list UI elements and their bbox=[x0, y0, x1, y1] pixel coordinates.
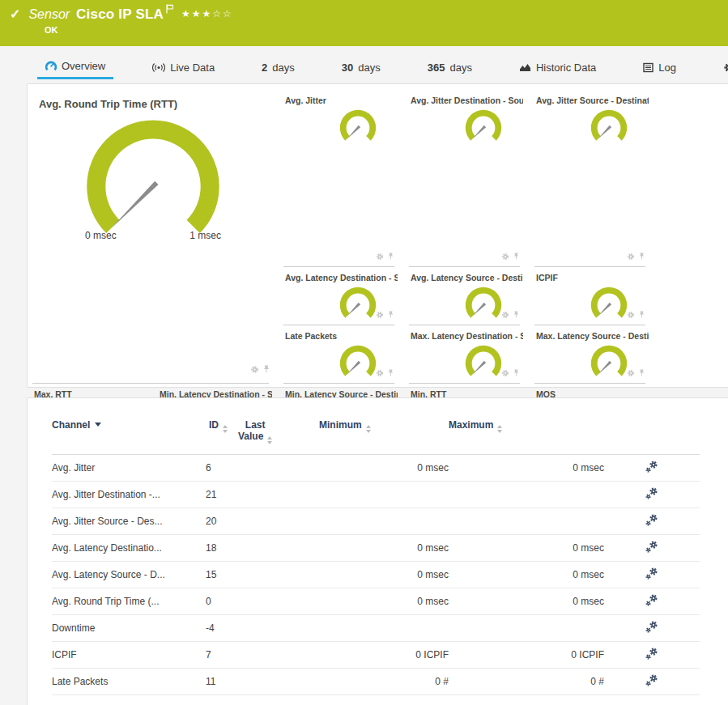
widget-gear-icon[interactable] bbox=[376, 249, 384, 264]
widget-pin-icon[interactable] bbox=[638, 308, 645, 322]
channel-name[interactable]: Avg. Jitter bbox=[52, 455, 206, 482]
channel-settings-icon[interactable] bbox=[645, 648, 658, 660]
channel-settings-icon[interactable] bbox=[645, 567, 658, 580]
sort-icon bbox=[267, 436, 272, 444]
gauge-widget: Max. Latency Source - Destin... bbox=[530, 325, 655, 384]
priority-stars[interactable]: ★★★☆☆ bbox=[181, 8, 233, 19]
tab-2-days[interactable]: 2 days bbox=[253, 50, 303, 79]
table-row[interactable]: Avg. Round Trip Time (... 0 0 msec 0 mse… bbox=[52, 588, 700, 615]
tab-overview[interactable]: Overview bbox=[37, 50, 113, 79]
widget-gear-icon[interactable] bbox=[501, 308, 509, 322]
channel-name[interactable]: Avg. Latency Source - D... bbox=[52, 562, 206, 588]
broadcast-icon bbox=[152, 62, 165, 73]
channel-maximum bbox=[449, 508, 604, 535]
channel-settings-icon[interactable] bbox=[645, 541, 658, 554]
gear-icon bbox=[723, 62, 728, 73]
column-header-last-value[interactable]: Last Value bbox=[238, 398, 319, 455]
log-icon bbox=[643, 62, 653, 73]
channel-id: 6 bbox=[206, 455, 238, 482]
widget-gear-icon[interactable] bbox=[627, 308, 635, 322]
widget-pin-icon[interactable] bbox=[513, 308, 520, 322]
widget-gear-icon[interactable] bbox=[250, 363, 259, 377]
gauge-title: Max. Latency Source - Destin... bbox=[536, 331, 649, 341]
channel-name[interactable]: Avg. Jitter Source - Des... bbox=[52, 508, 206, 535]
table-row[interactable]: Late Packets 11 0 # 0 # bbox=[52, 669, 700, 695]
widget-pin-icon[interactable] bbox=[638, 366, 645, 380]
sort-icon bbox=[366, 425, 371, 433]
channel-last-value bbox=[238, 508, 319, 535]
tab-label: Live Data bbox=[170, 62, 215, 74]
tab-number: 30 bbox=[342, 62, 353, 74]
channel-name[interactable]: Avg. Round Trip Time (... bbox=[52, 588, 206, 615]
widget-gear-icon[interactable] bbox=[627, 249, 635, 264]
tab-live-data[interactable]: Live Data bbox=[144, 50, 223, 79]
channel-settings-icon[interactable] bbox=[645, 461, 658, 474]
gauge-dial bbox=[68, 112, 238, 235]
gauge-widget: Avg. Latency Destination - So... bbox=[279, 267, 404, 325]
channel-settings-icon[interactable] bbox=[645, 514, 658, 527]
widget-pin-icon[interactable] bbox=[387, 366, 394, 380]
gauge-dial bbox=[334, 284, 381, 325]
widget-gear-icon[interactable] bbox=[376, 308, 384, 322]
flag-icon[interactable] bbox=[166, 2, 173, 17]
sort-icon bbox=[497, 425, 502, 433]
channel-id: 20 bbox=[206, 508, 238, 535]
gauge-max-label: 1 msec bbox=[189, 230, 221, 241]
gauge-title: Avg. Round Trip Time (RTT) bbox=[39, 98, 267, 110]
channel-id: 15 bbox=[206, 562, 238, 588]
channel-name[interactable]: ICPIF bbox=[52, 642, 206, 669]
widget-pin-icon[interactable] bbox=[513, 366, 520, 380]
widget-gear-icon[interactable] bbox=[501, 366, 509, 380]
column-header-channel[interactable]: Channel bbox=[52, 398, 206, 455]
table-row[interactable]: Avg. Jitter Destination -... 21 bbox=[52, 482, 700, 508]
gauge-icon bbox=[45, 61, 57, 72]
channel-settings-icon[interactable] bbox=[645, 594, 658, 607]
channel-settings-icon[interactable] bbox=[645, 487, 658, 500]
widget-gear-icon[interactable] bbox=[376, 366, 384, 380]
channel-id: 11 bbox=[206, 669, 238, 695]
gauge-widget: ICPIF bbox=[530, 267, 655, 325]
gauge-dial bbox=[585, 342, 632, 383]
widget-gear-icon[interactable] bbox=[501, 249, 509, 264]
sensor-header: ✓ Sensor Cisco IP SLA ★★★☆☆ OK bbox=[0, 0, 728, 46]
channel-name[interactable]: Downtime bbox=[52, 615, 206, 642]
channel-maximum bbox=[449, 482, 604, 508]
channel-settings-icon[interactable] bbox=[645, 621, 658, 634]
channel-name[interactable]: Avg. Jitter Destination -... bbox=[52, 482, 206, 508]
widget-pin-icon[interactable] bbox=[387, 249, 394, 264]
table-row[interactable]: Avg. Latency Source - D... 15 0 msec 0 m… bbox=[52, 562, 700, 588]
page-title: Cisco IP SLA bbox=[76, 6, 164, 23]
table-row[interactable]: ICPIF 7 0 ICPIF 0 ICPIF bbox=[52, 642, 700, 669]
channel-name[interactable]: Avg. Latency Destinatio... bbox=[52, 535, 206, 562]
table-row[interactable]: Avg. Jitter 6 0 msec 0 msec bbox=[52, 455, 700, 482]
table-row[interactable]: Downtime -4 bbox=[52, 615, 700, 642]
channel-settings-icon[interactable] bbox=[645, 674, 658, 687]
tab-settings[interactable]: Settings bbox=[715, 50, 728, 79]
sort-desc-icon bbox=[95, 423, 101, 427]
gauge-widget: Max. Latency Destination - So... bbox=[404, 325, 530, 384]
gauge-dial bbox=[334, 107, 381, 147]
column-header-id[interactable]: ID bbox=[206, 398, 238, 455]
channel-minimum: 0 msec bbox=[319, 535, 449, 562]
tab-log[interactable]: Log bbox=[635, 50, 684, 79]
column-header-actions bbox=[604, 398, 700, 455]
channel-name[interactable]: Late Packets bbox=[52, 669, 206, 695]
column-header-maximum[interactable]: Maximum bbox=[449, 398, 604, 455]
widget-gear-icon[interactable] bbox=[627, 366, 635, 380]
widget-pin-icon[interactable] bbox=[638, 249, 645, 264]
tab-number: 365 bbox=[428, 62, 445, 74]
gauge-widget: Avg. Latency Source - Destin... bbox=[404, 267, 530, 325]
tab-30-days[interactable]: 30 days bbox=[334, 50, 389, 79]
channel-id: 7 bbox=[206, 642, 238, 669]
widget-pin-icon[interactable] bbox=[262, 363, 270, 377]
tab-historic-data[interactable]: Historic Data bbox=[511, 50, 604, 79]
table-row[interactable]: Avg. Latency Destinatio... 18 0 msec 0 m… bbox=[52, 535, 700, 562]
column-header-minimum[interactable]: Minimum bbox=[319, 398, 449, 455]
tab-365-days[interactable]: 365 days bbox=[419, 50, 480, 79]
gauge-widget: Avg. Jitter bbox=[279, 90, 404, 267]
widget-pin-icon[interactable] bbox=[513, 249, 520, 264]
gauge-title: ICPIF bbox=[536, 273, 649, 282]
widget-pin-icon[interactable] bbox=[387, 308, 394, 322]
channel-maximum: 0 msec bbox=[449, 455, 604, 482]
table-row[interactable]: Avg. Jitter Source - Des... 20 bbox=[52, 508, 700, 535]
